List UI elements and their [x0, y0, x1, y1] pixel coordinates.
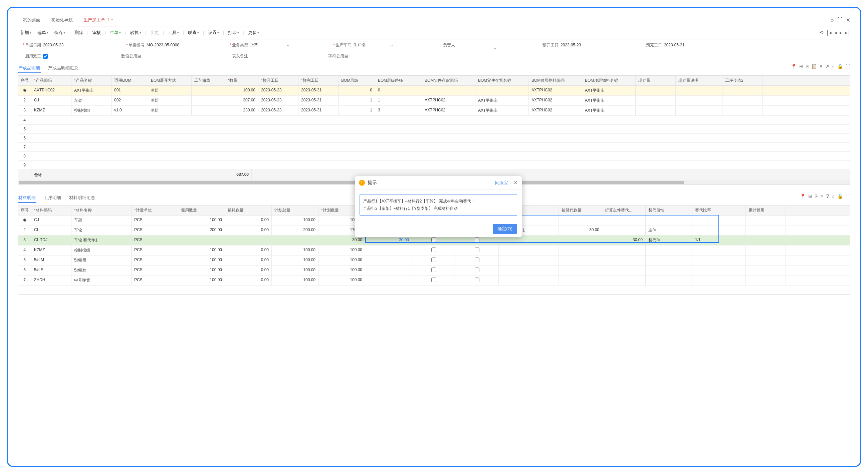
- copy-icon[interactable]: ⎘: [806, 64, 809, 73]
- col-end: 预完工日: [299, 76, 339, 86]
- menu-delete[interactable]: 删除: [72, 28, 86, 37]
- checkbox-substitute[interactable]: [431, 277, 436, 282]
- checkbox-substitute[interactable]: [431, 258, 436, 262]
- table-row[interactable]: 4KZMZ控制模组PCS100.000.00100.00100.00: [18, 245, 850, 256]
- table-row[interactable]: 5: [18, 125, 850, 134]
- col-parent-code: BOM父件存货编码: [422, 76, 475, 86]
- tab-desktop[interactable]: 我的桌面: [18, 14, 46, 26]
- table-row[interactable]: 9: [18, 161, 850, 170]
- checkbox-auto-sub[interactable]: [475, 238, 479, 242]
- copy-icon[interactable]: ⎘: [815, 194, 817, 203]
- menu-settings[interactable]: 设置▾: [205, 28, 222, 37]
- tab-material-detail[interactable]: 材料明细: [18, 194, 36, 203]
- add-row-icon[interactable]: ⊞: [799, 64, 803, 73]
- col-start: 预开工日: [258, 76, 299, 86]
- tab-product-detail[interactable]: 产成品明细: [18, 64, 41, 73]
- lock-icon[interactable]: 🔒: [837, 194, 843, 203]
- value-doc-no[interactable]: MO-2023-05-0008: [147, 43, 187, 47]
- tab-init-nav[interactable]: 初始化导航: [46, 14, 78, 26]
- material-vscroll[interactable]: [850, 205, 850, 295]
- footer-total-qty: 637.00: [218, 170, 252, 180]
- strike-icon[interactable]: ≡: [820, 194, 823, 203]
- table-row[interactable]: 2CJ车架002单阶307.002023-05-232023-05-3111AX…: [18, 96, 850, 106]
- menu-add[interactable]: 新增▾: [18, 28, 34, 37]
- refresh-icon[interactable]: ⟲: [819, 30, 824, 36]
- nav-first-icon[interactable]: ⎮◂: [826, 30, 832, 36]
- table-row[interactable]: ◉AXTPHC02AXT平衡车001单阶100.002023-05-232023…: [18, 86, 850, 96]
- label-plan-end: 预完工日: [639, 42, 662, 48]
- label-doc-date: 单据日期: [18, 42, 41, 48]
- nav-next-icon[interactable]: ▸: [840, 30, 842, 36]
- tab-material-process[interactable]: 工序明细: [43, 194, 62, 203]
- table-row[interactable]: 4: [18, 116, 850, 125]
- mcol-ratio: 替代比率: [692, 205, 746, 215]
- close-icon[interactable]: ✕: [846, 17, 850, 23]
- top-bar: 我的桌面 初始化导航 生产加工单_1 * ⌕ ⛶ ✕: [18, 14, 850, 26]
- modal-close-icon[interactable]: ✕: [514, 179, 518, 186]
- footer-total-label: 合计: [31, 170, 218, 180]
- checkbox-auto-sub[interactable]: [475, 277, 479, 282]
- pin-icon[interactable]: 📍: [791, 64, 797, 73]
- col-product-code: 产品编码: [31, 76, 71, 86]
- col-bom-expand: BOM展开方式: [148, 76, 192, 86]
- menu-audit[interactable]: 审核: [90, 28, 103, 37]
- strike-icon[interactable]: ≡: [819, 64, 822, 73]
- checkbox-auto-sub[interactable]: [475, 258, 479, 262]
- checkbox-dispatch[interactable]: [43, 54, 48, 59]
- col-top-code: BOM顶层物料编码: [529, 76, 582, 86]
- checkbox-substitute[interactable]: [431, 247, 436, 252]
- mcol-name: 材料名称: [71, 205, 131, 215]
- checkbox-substitute[interactable]: [431, 238, 436, 242]
- checkbox-auto-sub[interactable]: [475, 247, 479, 252]
- lock-icon[interactable]: 🔒: [837, 64, 843, 73]
- col-parent-name: BOM父件存货名称: [475, 76, 529, 86]
- menu-generate[interactable]: 生单▾: [107, 28, 124, 37]
- expand-icon[interactable]: ⛶: [846, 194, 850, 203]
- nav-prev-icon[interactable]: ◂: [834, 30, 837, 36]
- table-row[interactable]: 3KZMZ控制模组v1.0单阶230.002023-05-232023-05-3…: [18, 106, 850, 116]
- form-row-1: 单据日期2023-05-23 单据编号MO-2023-05-0008 业务类型正…: [18, 39, 850, 51]
- menu-print[interactable]: 打印▾: [225, 28, 242, 37]
- modal-ok-button[interactable]: 确定(O): [493, 224, 517, 234]
- tab-product-summary[interactable]: 产成品明细汇总: [48, 64, 79, 73]
- table-row[interactable]: 65#LS5#螺栓PCS100.000.00100.00100.00: [18, 266, 850, 275]
- export-icon[interactable]: ↗: [825, 64, 829, 73]
- col-qty: 数量: [225, 76, 258, 86]
- table-row[interactable]: 55#LM5#螺母PCS100.000.00100.00100.00: [18, 256, 850, 266]
- table-row[interactable]: 8: [18, 152, 850, 161]
- home-icon[interactable]: ⌂: [832, 194, 835, 203]
- filter-icon[interactable]: ⊽: [826, 194, 829, 203]
- checkbox-auto-sub[interactable]: [475, 268, 479, 272]
- search-icon[interactable]: ⌕: [831, 17, 834, 23]
- checkbox-substitute[interactable]: [431, 268, 436, 272]
- home-icon[interactable]: ⌂: [832, 64, 835, 73]
- mcol-seq: 序号: [18, 205, 31, 215]
- value-doc-date[interactable]: 2023-05-23: [43, 43, 83, 47]
- tab-material-summary[interactable]: 材料明细汇总: [68, 194, 96, 203]
- pin-icon[interactable]: 📍: [800, 194, 806, 203]
- nav-last-icon[interactable]: ▸⎮: [845, 30, 850, 36]
- paste-icon[interactable]: 📋: [811, 64, 817, 73]
- table-row[interactable]: 7: [18, 143, 850, 152]
- value-owner[interactable]: [457, 45, 497, 45]
- label-doc-no: 单据编号: [121, 42, 145, 48]
- add-row-icon[interactable]: ⊞: [808, 194, 812, 203]
- table-row[interactable]: 7ZHDH中号弹簧PCS100.000.00100.00100.00: [18, 275, 850, 285]
- label-dispatch: 启用派工: [18, 54, 41, 59]
- modal-help-link[interactable]: 问服宝: [495, 180, 508, 186]
- value-plan-end[interactable]: 2023-05-31: [664, 43, 704, 47]
- value-plan-start[interactable]: 2023-05-23: [561, 43, 600, 47]
- menu-transfer[interactable]: 转换▾: [127, 28, 144, 37]
- menu-select[interactable]: 选单▾: [35, 28, 51, 37]
- menu-more[interactable]: 更多▾: [245, 28, 262, 37]
- menu-tools[interactable]: 工具▾: [165, 28, 182, 37]
- menu-save[interactable]: 保存▾: [52, 28, 68, 37]
- value-workshop[interactable]: 生产部: [353, 42, 394, 48]
- table-row[interactable]: 6: [18, 134, 850, 143]
- expand-icon[interactable]: ⛶: [846, 64, 850, 73]
- tab-active-doc[interactable]: 生产加工单_1 *: [78, 14, 118, 26]
- menu-linkquery[interactable]: 联查▾: [185, 28, 202, 37]
- label-num-public: 数值公用自...: [121, 54, 145, 59]
- fullscreen-icon[interactable]: ⛶: [837, 17, 843, 23]
- value-biz-type[interactable]: 正常: [250, 42, 290, 48]
